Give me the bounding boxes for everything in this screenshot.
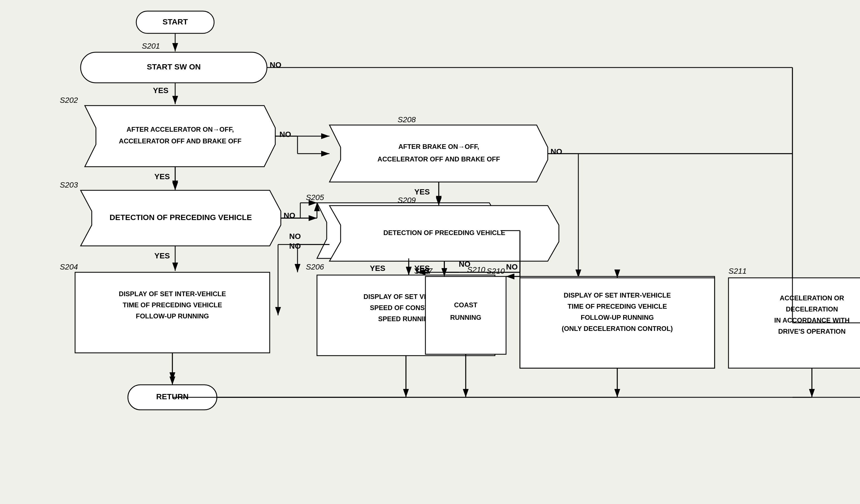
s204-node-line1: DISPLAY OF SET INTER-VEHICLE — [119, 290, 226, 298]
s211-node-line2: DECELERATION — [786, 305, 838, 313]
s202-node-line1: AFTER ACCELERATOR ON→OFF, — [127, 125, 234, 133]
s209-node: DETECTION OF PRECEDING VEHICLE — [384, 229, 505, 236]
start-node: START — [162, 17, 188, 26]
s209-label: S209 — [398, 196, 416, 205]
s201-node: START SW ON — [147, 62, 201, 71]
s207-node-line1: COAST — [454, 301, 477, 309]
flowchart-diagram: START S201 START SW ON NO YES S202 AFTER… — [0, 0, 860, 504]
s202-label: S202 — [60, 96, 78, 104]
svg-marker-9 — [85, 106, 275, 167]
s207-node-line2: RUNNING — [450, 314, 481, 321]
s203-yes-label: YES — [154, 251, 170, 260]
s211-label: S211 — [729, 267, 747, 275]
s205-no-to-coast: NO — [506, 263, 518, 271]
s210-label-text: S210 — [487, 267, 505, 275]
s205-label: S205 — [306, 193, 324, 202]
s208-node-line2: ACCELERATOR OFF AND BRAKE OFF — [377, 155, 500, 163]
s202-no-label: NO — [280, 130, 291, 139]
s203-node: DETECTION OF PRECEDING VEHICLE — [110, 213, 252, 222]
s208-no-label: NO — [550, 147, 562, 156]
s211-node-line4: DRIVE'S OPERATION — [778, 328, 846, 335]
s210-node-line2: TIME OF PRECEDING VEHICLE — [568, 302, 667, 310]
s203-label: S203 — [60, 181, 78, 189]
s209-yes-label2: YES — [414, 264, 430, 272]
s205-yes-label: YES — [370, 264, 385, 272]
s209-no-label: NO — [289, 242, 301, 250]
s210-node-line4: (ONLY DECELERATION CONTROL) — [562, 325, 673, 332]
s204-node-line3: FOLLOW-UP RUNNING — [136, 312, 209, 320]
s202-node-line2: ACCELERATOR OFF AND BRAKE OFF — [119, 137, 242, 145]
s202-yes-label: YES — [154, 172, 170, 181]
s210-node-line1: DISPLAY OF SET INTER-VEHICLE — [563, 292, 671, 299]
s209-no-label2: NO — [289, 232, 301, 241]
svg-marker-27 — [329, 125, 548, 182]
s204-label: S204 — [60, 263, 78, 271]
s201-yes-label: YES — [153, 86, 169, 95]
s201-label: S201 — [142, 42, 160, 50]
s204-node-line2: TIME OF PRECEDING VEHICLE — [123, 301, 222, 309]
s208-yes-label: YES — [414, 188, 430, 196]
s211-node-line1: ACCELERATION OR — [780, 294, 844, 302]
s206-label: S206 — [306, 263, 324, 271]
s210-node-line3: FOLLOW-UP RUNNING — [580, 314, 654, 321]
s208-label: S208 — [398, 115, 416, 124]
return-node: RETURN — [156, 392, 189, 401]
s208-node-line1: AFTER BRAKE ON→OFF, — [399, 143, 479, 150]
